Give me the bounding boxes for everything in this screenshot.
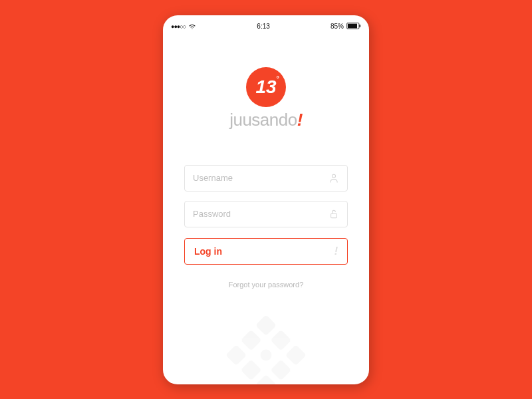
- svg-rect-11: [241, 359, 262, 380]
- svg-rect-10: [271, 329, 292, 350]
- svg-rect-8: [285, 344, 307, 366]
- phone-frame: ●●●○○ 6:13 85% 13 ° juusando!: [163, 15, 369, 384]
- svg-rect-12: [271, 359, 292, 380]
- username-field-wrap[interactable]: [184, 165, 348, 192]
- brand-name: juusando!: [229, 110, 303, 130]
- battery-icon: [346, 23, 361, 31]
- user-icon: [329, 173, 339, 184]
- password-field[interactable]: [193, 209, 329, 219]
- svg-rect-2: [359, 24, 360, 27]
- password-field-wrap[interactable]: [184, 201, 348, 227]
- brand-logo: 13 ° juusando!: [229, 67, 303, 130]
- svg-rect-6: [255, 374, 277, 384]
- username-field[interactable]: [193, 173, 329, 183]
- brand-text: juusando: [229, 110, 297, 130]
- logo-circle-icon: 13 °: [246, 67, 286, 107]
- lock-icon: [329, 209, 339, 219]
- background-pattern-icon: [219, 309, 313, 384]
- logo-circle-text: 13: [255, 78, 276, 96]
- svg-point-3: [332, 174, 335, 178]
- status-right: 85%: [331, 23, 361, 31]
- login-button-label: Log in: [194, 246, 222, 257]
- status-bar: ●●●○○ 6:13 85%: [163, 19, 369, 34]
- login-content: 13 ° juusando! Log in ! Forgot your pass…: [163, 34, 369, 289]
- svg-rect-5: [255, 315, 277, 336]
- status-time: 6:13: [257, 23, 269, 30]
- signal-dots-icon: ●●●○○: [171, 23, 186, 30]
- battery-percent: 85%: [331, 23, 344, 30]
- brand-bang-icon: !: [297, 110, 303, 130]
- login-button[interactable]: Log in !: [184, 238, 348, 265]
- svg-rect-4: [331, 213, 337, 217]
- login-bang-icon: !: [334, 245, 338, 257]
- status-left: ●●●○○: [171, 23, 196, 31]
- svg-point-13: [261, 349, 272, 360]
- svg-rect-7: [225, 344, 247, 366]
- svg-rect-9: [241, 329, 262, 350]
- svg-rect-1: [348, 23, 357, 28]
- logo-degree: °: [277, 74, 279, 82]
- wifi-icon: [188, 23, 196, 31]
- forgot-password-link[interactable]: Forgot your password?: [229, 281, 304, 289]
